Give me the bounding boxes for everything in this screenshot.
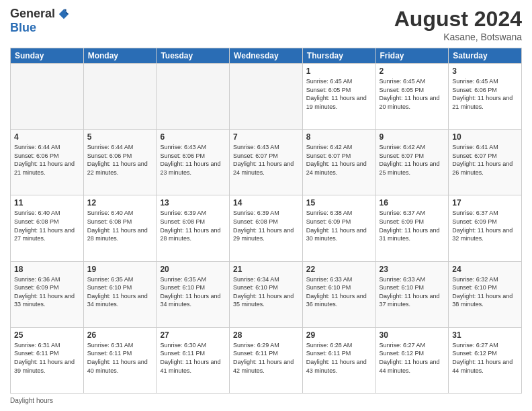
day-number: 24 bbox=[452, 265, 518, 274]
day-info: Sunrise: 6:31 AM Sunset: 6:11 PM Dayligh… bbox=[87, 341, 153, 375]
table-row: 21Sunrise: 6:34 AM Sunset: 6:10 PM Dayli… bbox=[230, 261, 303, 327]
day-info: Sunrise: 6:27 AM Sunset: 6:12 PM Dayligh… bbox=[452, 341, 518, 375]
table-row bbox=[11, 64, 84, 130]
day-info: Sunrise: 6:29 AM Sunset: 6:11 PM Dayligh… bbox=[233, 341, 299, 375]
table-row: 30Sunrise: 6:27 AM Sunset: 6:12 PM Dayli… bbox=[375, 327, 449, 393]
table-row: 28Sunrise: 6:29 AM Sunset: 6:11 PM Dayli… bbox=[230, 327, 303, 393]
logo-blue-text: Blue bbox=[10, 21, 36, 35]
day-number: 16 bbox=[380, 198, 445, 208]
logo-icon bbox=[58, 8, 70, 20]
header-thursday: Thursday bbox=[302, 48, 375, 64]
day-number: 22 bbox=[306, 265, 372, 274]
day-number: 19 bbox=[87, 265, 153, 274]
table-row: 5Sunrise: 6:44 AM Sunset: 6:06 PM Daylig… bbox=[83, 130, 157, 195]
day-number: 27 bbox=[160, 330, 226, 340]
day-info: Sunrise: 6:38 AM Sunset: 6:09 PM Dayligh… bbox=[306, 209, 372, 242]
calendar-week-row: 4Sunrise: 6:44 AM Sunset: 6:06 PM Daylig… bbox=[11, 130, 522, 195]
day-number: 25 bbox=[14, 330, 80, 340]
table-row: 13Sunrise: 6:39 AM Sunset: 6:08 PM Dayli… bbox=[157, 195, 230, 261]
day-number: 30 bbox=[380, 330, 445, 340]
day-number: 21 bbox=[233, 265, 299, 274]
table-row: 27Sunrise: 6:30 AM Sunset: 6:11 PM Dayli… bbox=[157, 327, 230, 393]
day-info: Sunrise: 6:44 AM Sunset: 6:06 PM Dayligh… bbox=[14, 143, 80, 177]
header-saturday: Saturday bbox=[449, 48, 522, 64]
day-number: 15 bbox=[306, 198, 372, 208]
day-number: 7 bbox=[233, 132, 299, 142]
table-row: 15Sunrise: 6:38 AM Sunset: 6:09 PM Dayli… bbox=[302, 195, 375, 261]
table-row: 23Sunrise: 6:33 AM Sunset: 6:10 PM Dayli… bbox=[375, 261, 449, 327]
table-row: 22Sunrise: 6:33 AM Sunset: 6:10 PM Dayli… bbox=[302, 261, 375, 327]
header-wednesday: Wednesday bbox=[230, 48, 303, 64]
day-info: Sunrise: 6:31 AM Sunset: 6:11 PM Dayligh… bbox=[14, 341, 80, 375]
title-block: August 2024 Kasane, Botswana bbox=[394, 7, 522, 42]
day-number: 13 bbox=[160, 198, 226, 208]
header-tuesday: Tuesday bbox=[157, 48, 230, 64]
table-row: 25Sunrise: 6:31 AM Sunset: 6:11 PM Dayli… bbox=[11, 327, 84, 393]
day-number: 23 bbox=[380, 265, 445, 274]
day-number: 26 bbox=[87, 330, 153, 340]
table-row: 2Sunrise: 6:45 AM Sunset: 6:05 PM Daylig… bbox=[375, 64, 449, 130]
subtitle: Kasane, Botswana bbox=[394, 32, 522, 42]
day-info: Sunrise: 6:45 AM Sunset: 6:05 PM Dayligh… bbox=[306, 77, 372, 111]
table-row: 9Sunrise: 6:42 AM Sunset: 6:07 PM Daylig… bbox=[375, 130, 449, 195]
day-info: Sunrise: 6:42 AM Sunset: 6:07 PM Dayligh… bbox=[380, 143, 445, 177]
day-info: Sunrise: 6:43 AM Sunset: 6:07 PM Dayligh… bbox=[233, 143, 299, 177]
calendar-week-row: 18Sunrise: 6:36 AM Sunset: 6:09 PM Dayli… bbox=[11, 261, 522, 327]
calendar-week-row: 1Sunrise: 6:45 AM Sunset: 6:05 PM Daylig… bbox=[11, 64, 522, 130]
day-number: 28 bbox=[233, 330, 299, 340]
day-number: 10 bbox=[452, 132, 518, 142]
table-row: 11Sunrise: 6:40 AM Sunset: 6:08 PM Dayli… bbox=[11, 195, 84, 261]
day-number: 20 bbox=[160, 265, 226, 274]
table-row: 6Sunrise: 6:43 AM Sunset: 6:06 PM Daylig… bbox=[157, 130, 230, 195]
day-number: 5 bbox=[87, 132, 153, 142]
table-row: 16Sunrise: 6:37 AM Sunset: 6:09 PM Dayli… bbox=[375, 195, 449, 261]
daylight-hours-label: Daylight hours bbox=[10, 397, 53, 404]
day-number: 31 bbox=[452, 330, 518, 340]
day-number: 12 bbox=[87, 198, 153, 208]
table-row: 8Sunrise: 6:42 AM Sunset: 6:07 PM Daylig… bbox=[302, 130, 375, 195]
day-number: 9 bbox=[380, 132, 445, 142]
day-info: Sunrise: 6:35 AM Sunset: 6:10 PM Dayligh… bbox=[87, 275, 153, 309]
calendar-week-row: 25Sunrise: 6:31 AM Sunset: 6:11 PM Dayli… bbox=[11, 327, 522, 393]
day-info: Sunrise: 6:35 AM Sunset: 6:10 PM Dayligh… bbox=[160, 275, 226, 309]
calendar-table: Sunday Monday Tuesday Wednesday Thursday… bbox=[10, 48, 522, 394]
calendar-header-row: Sunday Monday Tuesday Wednesday Thursday… bbox=[11, 48, 522, 64]
day-number: 11 bbox=[14, 198, 80, 208]
day-info: Sunrise: 6:45 AM Sunset: 6:05 PM Dayligh… bbox=[380, 77, 445, 111]
logo-general-text: General bbox=[10, 7, 55, 21]
table-row: 17Sunrise: 6:37 AM Sunset: 6:09 PM Dayli… bbox=[449, 195, 522, 261]
table-row: 14Sunrise: 6:39 AM Sunset: 6:08 PM Dayli… bbox=[230, 195, 303, 261]
day-info: Sunrise: 6:43 AM Sunset: 6:06 PM Dayligh… bbox=[160, 143, 226, 177]
day-number: 4 bbox=[14, 132, 80, 142]
table-row bbox=[230, 64, 303, 130]
table-row: 26Sunrise: 6:31 AM Sunset: 6:11 PM Dayli… bbox=[83, 327, 157, 393]
day-info: Sunrise: 6:39 AM Sunset: 6:08 PM Dayligh… bbox=[160, 209, 226, 242]
day-info: Sunrise: 6:40 AM Sunset: 6:08 PM Dayligh… bbox=[14, 209, 80, 242]
table-row: 18Sunrise: 6:36 AM Sunset: 6:09 PM Dayli… bbox=[11, 261, 84, 327]
day-info: Sunrise: 6:37 AM Sunset: 6:09 PM Dayligh… bbox=[380, 209, 445, 242]
day-info: Sunrise: 6:33 AM Sunset: 6:10 PM Dayligh… bbox=[380, 275, 445, 309]
day-number: 18 bbox=[14, 265, 80, 274]
day-info: Sunrise: 6:36 AM Sunset: 6:09 PM Dayligh… bbox=[14, 275, 80, 309]
footer: Daylight hours bbox=[10, 397, 522, 404]
table-row: 3Sunrise: 6:45 AM Sunset: 6:06 PM Daylig… bbox=[449, 64, 522, 130]
day-info: Sunrise: 6:39 AM Sunset: 6:08 PM Dayligh… bbox=[233, 209, 299, 242]
day-info: Sunrise: 6:41 AM Sunset: 6:07 PM Dayligh… bbox=[452, 143, 518, 177]
day-info: Sunrise: 6:32 AM Sunset: 6:10 PM Dayligh… bbox=[452, 275, 518, 309]
day-number: 14 bbox=[233, 198, 299, 208]
table-row: 1Sunrise: 6:45 AM Sunset: 6:05 PM Daylig… bbox=[302, 64, 375, 130]
header-friday: Friday bbox=[375, 48, 449, 64]
table-row: 4Sunrise: 6:44 AM Sunset: 6:06 PM Daylig… bbox=[11, 130, 84, 195]
day-number: 6 bbox=[160, 132, 226, 142]
day-number: 17 bbox=[452, 198, 518, 208]
table-row: 19Sunrise: 6:35 AM Sunset: 6:10 PM Dayli… bbox=[83, 261, 157, 327]
day-number: 2 bbox=[380, 66, 445, 76]
month-title: August 2024 bbox=[394, 7, 522, 32]
table-row bbox=[83, 64, 157, 130]
header-monday: Monday bbox=[83, 48, 157, 64]
table-row: 31Sunrise: 6:27 AM Sunset: 6:12 PM Dayli… bbox=[449, 327, 522, 393]
day-info: Sunrise: 6:30 AM Sunset: 6:11 PM Dayligh… bbox=[160, 341, 226, 375]
table-row bbox=[157, 64, 230, 130]
day-number: 1 bbox=[306, 66, 372, 76]
table-row: 10Sunrise: 6:41 AM Sunset: 6:07 PM Dayli… bbox=[449, 130, 522, 195]
